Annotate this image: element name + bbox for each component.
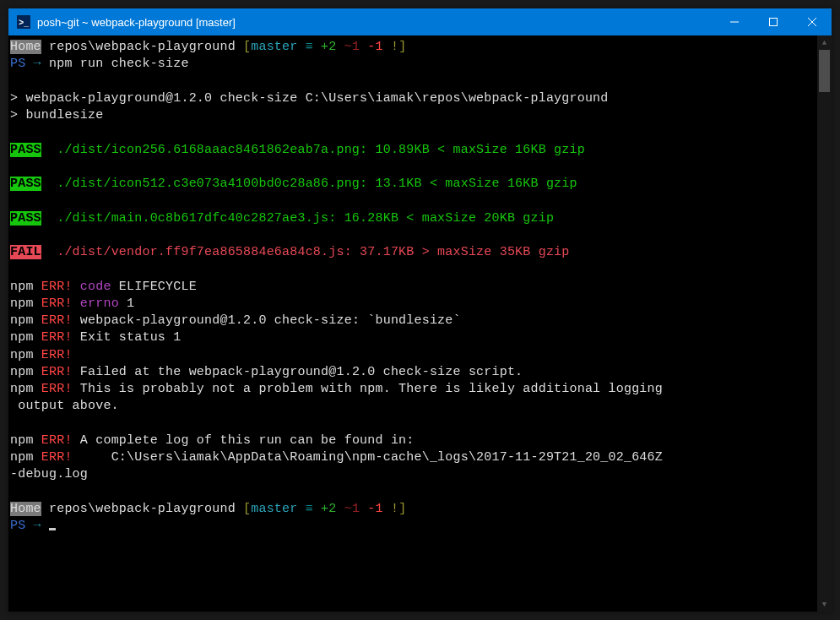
result-line: ./dist/vendor.ff9f7ea865884e6a84c8.js: 3… [41,245,570,259]
status-badge: FAIL [10,245,41,259]
window-title: posh~git ~ webpack-playground [master] [37,16,715,29]
prompt-home: Home [10,40,41,54]
titlebar[interactable]: >_ posh~git ~ webpack-playground [master… [8,8,832,35]
status-badge: PASS [10,211,41,226]
close-button[interactable] [793,8,832,35]
result-line: ./dist/icon512.c3e073a4100bd0c28a86.png:… [41,177,577,191]
cursor [49,528,56,530]
scrollbar-thumb[interactable] [819,50,830,92]
terminal-window: >_ posh~git ~ webpack-playground [master… [8,8,832,612]
vertical-scrollbar[interactable]: ▲ ▼ [817,35,832,612]
status-badge: PASS [10,143,41,157]
powershell-icon: >_ [17,15,30,29]
prompt-home: Home [10,502,41,516]
result-line: ./dist/icon256.6168aaac8461862eab7a.png:… [41,143,585,157]
npm-run-header: > webpack-playground@1.2.0 check-size C:… [10,91,609,106]
ps-prefix: PS [10,519,25,533]
maximize-button[interactable] [754,8,793,35]
status-badge: PASS [10,177,41,191]
scroll-down-arrow[interactable]: ▼ [817,597,832,612]
result-line: ./dist/main.0c8b617dfc40c2827ae3.js: 16.… [41,211,554,226]
ps-prefix: PS [10,57,25,71]
scroll-up-arrow[interactable]: ▲ [817,35,832,50]
window-controls [715,8,832,35]
svg-rect-1 [770,19,778,26]
terminal-output[interactable]: Home repos\webpack-playground [master ≡ … [8,35,817,612]
terminal-body: Home repos\webpack-playground [master ≡ … [8,35,832,612]
command: npm run check-size [49,57,189,71]
minimize-button[interactable] [715,8,754,35]
